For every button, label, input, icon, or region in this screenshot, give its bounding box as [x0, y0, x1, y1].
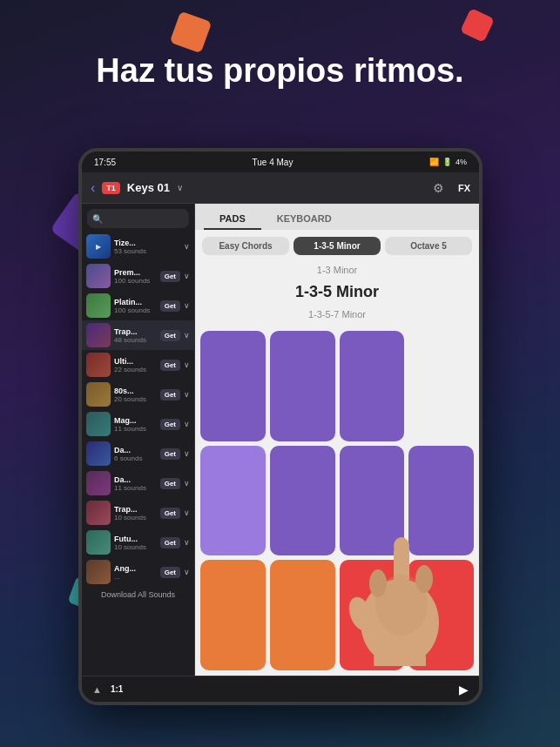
- search-icon: 🔍: [92, 214, 103, 224]
- sound-thumb-da2: [86, 471, 111, 495]
- pad[interactable]: [270, 331, 335, 441]
- list-item[interactable]: Trap... 10 sounds Get ∨: [82, 498, 194, 528]
- nav-bar: ‹ T1 Keys 01 ∨ ⚙ FX: [82, 172, 479, 204]
- chevron-down-icon: ∨: [184, 568, 190, 576]
- list-item[interactable]: Ulti... 22 sounds Get ∨: [82, 350, 194, 380]
- chevron-down-icon: ∨: [184, 360, 190, 369]
- chevron-down-icon: ∨: [184, 538, 190, 547]
- tablet-wrapper: 17:55 Tue 4 May 📶 🔋 4% ‹ T1 Keys 01 ∨ ⚙ …: [78, 148, 482, 705]
- get-button[interactable]: Get: [160, 508, 180, 519]
- list-item[interactable]: Futu... 10 sounds Get ∨: [82, 528, 194, 557]
- pad[interactable]: [200, 446, 266, 556]
- back-button[interactable]: ‹: [91, 180, 95, 196]
- sound-count: 10 sounds: [114, 514, 157, 522]
- get-button[interactable]: Get: [160, 271, 180, 282]
- sound-count: 11 sounds: [114, 484, 157, 492]
- deco-red-shape: [460, 8, 495, 43]
- chord-selector: Easy Chords 1-3-5 Minor Octave 5: [195, 230, 479, 259]
- wifi-icon: 📶: [429, 158, 439, 166]
- sound-info: Da... 11 sounds: [114, 475, 157, 492]
- get-button[interactable]: Get: [160, 389, 180, 400]
- chevron-down-icon: ∨: [184, 479, 190, 488]
- pad[interactable]: [270, 446, 335, 556]
- chevron-down-icon: ∨: [184, 449, 190, 458]
- tab-keyboard[interactable]: KEYBOARD: [261, 209, 347, 230]
- sound-thumb-plat: [86, 293, 111, 318]
- download-all-label[interactable]: Download All Sounds: [82, 587, 194, 602]
- get-button[interactable]: Get: [160, 448, 180, 460]
- settings-icon[interactable]: ⚙: [433, 181, 444, 195]
- sound-count: 53 sounds: [114, 247, 180, 255]
- sound-count: 48 sounds: [114, 336, 157, 344]
- list-item[interactable]: Mag... 11 sounds Get ∨: [82, 409, 194, 439]
- pad[interactable]: [200, 560, 266, 670]
- get-button[interactable]: Get: [160, 360, 180, 371]
- get-button[interactable]: Get: [160, 330, 180, 341]
- sound-info: Futu... 10 sounds: [114, 535, 157, 551]
- sound-info: Trap... 10 sounds: [114, 505, 157, 522]
- get-button[interactable]: Get: [160, 567, 180, 578]
- pad-empty: [408, 331, 474, 441]
- sound-name: Mag...: [114, 416, 157, 425]
- track-badge: T1: [102, 182, 120, 194]
- chevron-down-icon: ∨: [184, 420, 190, 428]
- list-item[interactable]: Ang... ... Get ∨: [82, 557, 194, 587]
- sound-info: Prem... 100 sounds: [114, 268, 157, 285]
- list-item[interactable]: Da... 6 sounds Get ∨: [82, 439, 194, 468]
- sound-thumb-futu: [86, 530, 111, 555]
- chord-option-135-main[interactable]: 1-3-5 Minor: [202, 278, 472, 306]
- list-item[interactable]: 80s... 20 sounds Get ∨: [82, 380, 194, 409]
- track-name[interactable]: Keys 01: [127, 181, 170, 194]
- svg-point-7: [375, 575, 428, 636]
- chord-option-1357[interactable]: 1-3-5-7 Minor: [202, 306, 472, 322]
- list-item[interactable]: Da... 11 sounds Get ∨: [82, 468, 194, 498]
- get-button[interactable]: Get: [160, 478, 180, 489]
- fx-button[interactable]: FX: [458, 183, 470, 193]
- status-time: 17:55: [94, 158, 116, 167]
- search-bar[interactable]: 🔍: [87, 209, 189, 228]
- sound-info: Tize... 53 sounds: [114, 239, 180, 255]
- minor135-button[interactable]: 1-3-5 Minor: [293, 237, 381, 255]
- sound-name: Ulti...: [114, 357, 157, 366]
- sound-count: 11 sounds: [114, 425, 157, 433]
- sound-thumb-trap: [86, 323, 111, 347]
- sound-thumb-prem: [86, 264, 111, 288]
- sound-name: Trap...: [114, 327, 157, 336]
- get-button[interactable]: Get: [160, 419, 180, 430]
- sound-info: Platin... 100 sounds: [114, 298, 157, 314]
- tab-pads[interactable]: PADS: [204, 209, 261, 230]
- track-chevron[interactable]: ∨: [177, 183, 183, 192]
- sound-name: Da...: [114, 446, 157, 454]
- transport-label: 1:1: [111, 684, 123, 694]
- transport-bar: ▲ 1:1 ▶: [82, 676, 479, 702]
- sound-count: 100 sounds: [114, 277, 157, 285]
- sound-name: 80s...: [114, 387, 157, 395]
- pad[interactable]: [270, 560, 335, 670]
- list-item-trap[interactable]: Trap... 48 sounds Get ∨: [82, 320, 194, 350]
- sound-thumb-tize: ▶: [86, 234, 111, 259]
- pad[interactable]: [340, 331, 405, 441]
- panel-tabs: PADS KEYBOARD: [195, 204, 479, 230]
- sound-count: ...: [114, 573, 157, 581]
- pad[interactable]: [200, 331, 266, 441]
- sound-count: 100 sounds: [114, 306, 157, 314]
- chevron-down-icon: ∨: [184, 331, 190, 340]
- chevron-down-icon: ∨: [184, 272, 190, 280]
- hand-overlay: [343, 492, 456, 666]
- chord-list: 1-3 Minor 1-3-5 Minor 1-3-5-7 Minor: [195, 259, 479, 326]
- list-item[interactable]: Platin... 100 sounds Get ∨: [82, 291, 194, 320]
- transport-play-button[interactable]: ▶: [459, 683, 469, 697]
- get-button[interactable]: Get: [160, 537, 180, 548]
- get-button[interactable]: Get: [160, 300, 180, 312]
- easy-chords-button[interactable]: Easy Chords: [202, 237, 289, 255]
- sound-info: Trap... 48 sounds: [114, 327, 157, 344]
- transport-triangle-icon: ▲: [92, 684, 102, 695]
- chord-option-13[interactable]: 1-3 Minor: [202, 262, 472, 278]
- chevron-down-icon: ∨: [184, 508, 190, 517]
- hero-title: Haz tus propios ritmos.: [0, 52, 560, 91]
- octave5-button[interactable]: Octave 5: [385, 237, 472, 255]
- list-item[interactable]: ▶ Tize... 53 sounds ∨: [82, 232, 194, 261]
- list-item[interactable]: Prem... 100 sounds Get ∨: [82, 261, 194, 291]
- chevron-down-icon: ∨: [184, 390, 190, 399]
- sound-thumb-da1: [86, 441, 111, 466]
